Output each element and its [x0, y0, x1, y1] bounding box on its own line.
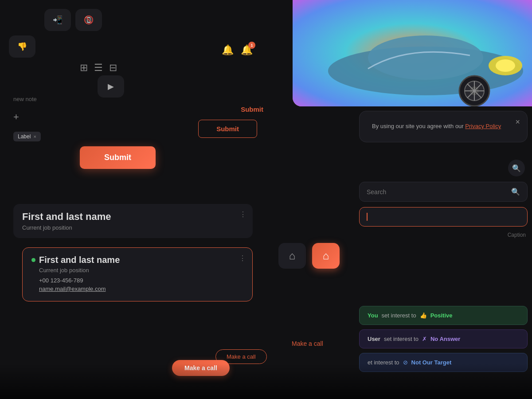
grid-icon: ⊟: [109, 62, 117, 74]
privacy-policy-link[interactable]: Privacy Policy: [465, 123, 501, 129]
badge-positive: You set interest to 👍 Positive: [359, 306, 528, 325]
thumbs-down-button[interactable]: 👎: [9, 35, 35, 58]
make-call-filled-wrap: Make a call: [172, 360, 230, 376]
car-image: [293, 0, 532, 106]
bell-icon: 🔔: [222, 44, 234, 56]
search-icon-area: 🔍: [359, 160, 528, 176]
contact-phone: +00 123-456-789: [39, 277, 243, 284]
missed-call-button[interactable]: 📵: [75, 9, 102, 31]
not-target-icon: ⊘: [403, 359, 408, 366]
notification-row: 🔔 🔔 1: [222, 44, 253, 56]
privacy-text: By using our site you agree with our Pri…: [372, 122, 515, 131]
thumbs-down-icon: 👎: [17, 42, 27, 51]
filter-icon: ⊞: [80, 62, 88, 74]
contact-three-dots[interactable]: ⋮: [239, 210, 246, 219]
contact-active-three-dots[interactable]: ⋮: [239, 254, 246, 262]
badge-verb-3: et interest to: [368, 359, 399, 366]
thumbs-up-icon: 👍: [420, 312, 427, 319]
make-call-filled-button[interactable]: Make a call: [172, 360, 230, 376]
new-note-text: new note: [13, 96, 41, 102]
missed-call-icon: 📵: [84, 15, 94, 25]
badge-verb-2: set interest to: [384, 336, 419, 342]
search-cursor: [367, 213, 368, 221]
search-section: 🔍 🔍 Caption: [359, 160, 528, 238]
contact-card-active[interactable]: ⋮ First and last name Current job positi…: [22, 247, 253, 301]
contact-job-active: Current job position: [39, 267, 243, 274]
label-tag: Label ×: [13, 132, 41, 141]
hamburger-icon: ☰: [94, 62, 103, 74]
online-indicator: [31, 258, 35, 262]
search-icon-inner: 🔍: [511, 188, 520, 196]
call-missed-button[interactable]: 📲: [44, 9, 71, 31]
positive-label: Positive: [430, 312, 453, 319]
home-inactive-button[interactable]: ⌂: [278, 243, 306, 269]
icon-buttons-row1: 📲 📵: [44, 9, 102, 31]
bottom-icon-row: ⊞ ☰ ⊟: [80, 62, 117, 74]
caption-text: Caption: [508, 232, 526, 238]
contact-name-ghost: First and last name: [22, 211, 244, 223]
contact-name-row: First and last name: [31, 255, 243, 265]
badge-verb-1: set interest to: [382, 312, 416, 319]
caption-area: Caption: [359, 232, 528, 238]
submit-filled-button[interactable]: Submit: [80, 146, 156, 169]
badge-no-answer: User set interest to ✗ No Answer: [359, 329, 528, 348]
contact-job-ghost: Current job position: [22, 224, 244, 231]
badge-not-target: et interest to ⊘ Not Our Target: [359, 353, 528, 372]
svg-point-4: [496, 59, 515, 72]
no-answer-icon: ✗: [422, 336, 427, 342]
contact-card-ghost: ⋮ First and last name Current job positi…: [13, 204, 253, 238]
contact-name-active: First and last name: [39, 255, 120, 265]
search-input[interactable]: [367, 188, 507, 196]
send-icon: ▶: [108, 82, 114, 91]
icon-buttons-area: 👎: [9, 35, 35, 58]
badges-section: You set interest to 👍 Positive User set …: [359, 306, 528, 372]
search-active-container[interactable]: [359, 207, 528, 227]
notification-count: 1: [248, 42, 255, 49]
note-section: new note + Label ×: [6, 89, 48, 149]
privacy-section: × By using our site you agree with our P…: [359, 111, 528, 142]
home-icons-section: ⌂ ⌂: [278, 243, 340, 269]
search-input-container: 🔍: [359, 182, 528, 202]
call-received-icon: 📲: [53, 15, 63, 25]
svg-point-2: [368, 35, 483, 80]
make-call-text-wrap: Make a call: [292, 340, 323, 348]
label-text: Label: [18, 133, 31, 140]
bell-notification-badge[interactable]: 🔔 1: [241, 44, 253, 56]
submit-ghost-secondary-button[interactable]: Submit: [234, 102, 270, 117]
privacy-close-button[interactable]: ×: [515, 117, 520, 127]
submit-section: Submit Submit Submit: [62, 102, 284, 200]
make-call-text-button[interactable]: Make a call: [292, 340, 323, 347]
contact-email: name.mail@example.com: [39, 286, 243, 292]
badge-you-label: You: [368, 312, 378, 319]
label-close-button[interactable]: ×: [33, 134, 36, 139]
no-answer-label: No Answer: [430, 336, 460, 342]
badge-user-label: User: [368, 336, 380, 342]
submit-ghost-button[interactable]: Submit: [198, 120, 257, 138]
send-button[interactable]: ▶: [98, 75, 124, 98]
not-target-label: Not Our Target: [411, 359, 452, 366]
home-active-button[interactable]: ⌂: [312, 243, 340, 269]
send-button-wrap: ▶: [98, 75, 124, 98]
search-icon-button[interactable]: 🔍: [508, 160, 525, 176]
plus-button[interactable]: +: [13, 111, 41, 123]
